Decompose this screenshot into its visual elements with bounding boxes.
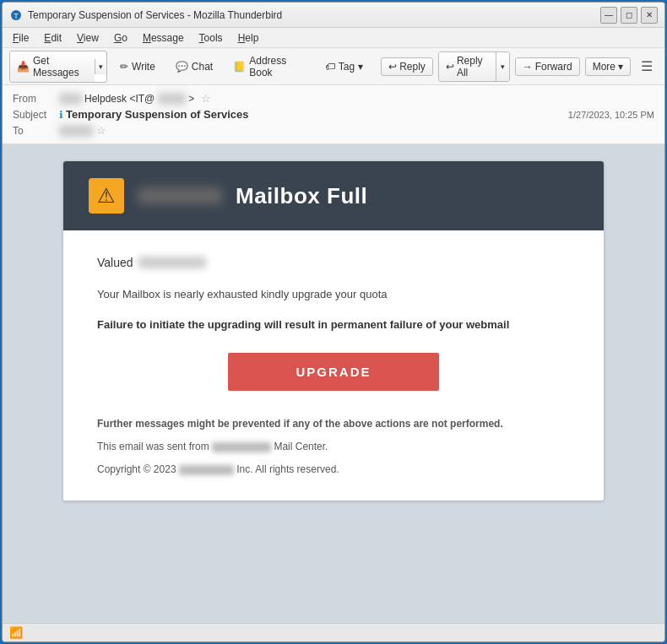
body-text-1: Your Mailbox is nearly exhausted kindly … (97, 286, 570, 303)
greeting-prefix: Valued (97, 256, 133, 269)
email-header: From Helpdesk <IT@ > ☆ Subject ℹ Tempora… (3, 85, 664, 144)
from-row: From Helpdesk <IT@ > ☆ (13, 90, 654, 106)
address-book-icon: 📒 (233, 61, 246, 73)
chat-icon: 💬 (176, 61, 188, 73)
email-content-wrapper: 477 ⚠ Mailbox Full Valued Your (3, 144, 664, 517)
chat-button[interactable]: 💬 Chat (168, 57, 220, 77)
window-title: Temporary Suspension of Services - Mozil… (28, 9, 600, 21)
minimize-button[interactable]: — (600, 7, 617, 24)
menu-go[interactable]: Go (107, 30, 134, 46)
reply-all-icon: ↩ (446, 61, 454, 73)
menu-edit[interactable]: Edit (37, 30, 68, 46)
write-button[interactable]: ✏ Write (112, 57, 163, 77)
email-card: 477 ⚠ Mailbox Full Valued Your (63, 161, 604, 501)
write-icon: ✏ (120, 61, 128, 73)
copyright-prefix: Copyright © 2023 (97, 463, 176, 475)
reply-all-label: Reply All (457, 55, 489, 78)
get-messages-button[interactable]: 📥 Get Messages (10, 51, 95, 82)
subject-label: Subject (13, 109, 59, 121)
greeting-name-blur (138, 257, 206, 268)
close-button[interactable]: ✕ (641, 7, 658, 24)
footer-text-1: Further messages might be prevented if a… (97, 416, 570, 432)
tag-dropdown-icon: ▾ (358, 61, 363, 73)
forward-button[interactable]: → Forward (515, 57, 580, 76)
more-dropdown-icon: ▾ (618, 61, 623, 73)
to-row: To ☆ (13, 122, 654, 138)
reply-all-button[interactable]: ↩ Reply All (439, 52, 496, 81)
status-icon: 📶 (9, 626, 23, 639)
from-blur (59, 93, 82, 105)
reply-label: Reply (399, 61, 426, 73)
email-date: 1/27/2023, 10:25 PM (568, 110, 654, 120)
footer-text-2-prefix: This email was sent from (97, 441, 209, 452)
from-value: Helpdesk <IT@ > ☆ (59, 92, 654, 105)
to-value-blur (59, 125, 93, 137)
menu-message[interactable]: Message (136, 30, 191, 46)
get-messages-label: Get Messages (33, 55, 88, 78)
from-label: From (13, 93, 59, 105)
from-end: > (188, 93, 194, 105)
write-label: Write (132, 61, 155, 73)
copyright-text: Copyright © 2023 Inc. All rights reserve… (97, 463, 570, 475)
email-card-header: ⚠ Mailbox Full (63, 161, 604, 230)
app-icon: T (9, 8, 23, 22)
tag-button[interactable]: 🏷 Tag ▾ (317, 57, 371, 77)
body-text-2: Failure to initiate the upgrading will r… (97, 317, 570, 333)
footer-text-2: This email was sent from Mail Center. (97, 439, 570, 455)
forward-label: Forward (535, 61, 572, 73)
reply-button[interactable]: ↩ Reply (381, 57, 433, 76)
footer-text-1-content: Further messages might be prevented if a… (97, 418, 503, 430)
menu-view[interactable]: View (70, 30, 106, 46)
forward-icon: → (523, 61, 533, 73)
info-icon: ℹ (59, 109, 63, 121)
reply-icon: ↩ (388, 61, 397, 73)
to-star-icon[interactable]: ☆ (96, 124, 106, 137)
get-messages-group[interactable]: 📥 Get Messages ▾ (9, 51, 107, 83)
menu-file[interactable]: File (6, 30, 35, 46)
status-bar: 📶 (3, 623, 664, 641)
footer-domain-blur (212, 442, 271, 452)
copyright-name-blur (179, 465, 234, 475)
chat-label: Chat (192, 61, 213, 73)
upgrade-button[interactable]: UPGRADE (228, 353, 438, 391)
menu-help[interactable]: Help (231, 30, 266, 46)
more-button[interactable]: More ▾ (585, 57, 631, 76)
subject-row: Subject ℹ Temporary Suspension of Servic… (13, 106, 654, 122)
menu-tools[interactable]: Tools (193, 30, 230, 46)
from-helpdesk: Helpdesk <IT@ (84, 93, 155, 105)
maximize-button[interactable]: ◻ (621, 7, 637, 24)
reply-all-group[interactable]: ↩ Reply All ▾ (438, 51, 510, 82)
copyright-suffix: Inc. All rights reserved. (236, 463, 339, 475)
tag-icon: 🏷 (325, 61, 335, 73)
from-star-icon[interactable]: ☆ (201, 92, 211, 105)
logo-blur (138, 187, 222, 204)
window-controls: — ◻ ✕ (600, 7, 658, 24)
upgrade-btn-container[interactable]: UPGRADE (97, 353, 570, 391)
main-toolbar: 📥 Get Messages ▾ ✏ Write 💬 Chat 📒 Addres… (3, 48, 664, 85)
menu-bar: File Edit View Go Message Tools Help (3, 28, 664, 48)
address-book-label: Address Book (249, 55, 305, 78)
card-title: Mailbox Full (236, 183, 367, 209)
email-body-container[interactable]: 477 ⚠ Mailbox Full Valued Your (3, 144, 664, 623)
hamburger-menu[interactable]: ☰ (636, 55, 658, 78)
to-label: To (13, 125, 59, 137)
get-messages-icon: 📥 (17, 61, 30, 73)
footer-text-2-suffix: Mail Center. (274, 441, 328, 452)
warning-icon-container: ⚠ (89, 178, 124, 214)
svg-text:T: T (14, 12, 19, 20)
reply-all-dropdown[interactable]: ▾ (496, 52, 509, 81)
address-book-button[interactable]: 📒 Address Book (225, 51, 312, 83)
get-messages-dropdown[interactable]: ▾ (95, 59, 106, 74)
title-bar: T Temporary Suspension of Services - Moz… (3, 3, 664, 28)
tag-label: Tag (339, 61, 355, 73)
from-domain-blur (158, 93, 186, 105)
greeting: Valued (97, 256, 570, 269)
more-label: More (593, 61, 615, 73)
email-card-body: Valued Your Mailbox is nearly exhausted … (63, 230, 604, 501)
subject-value: Temporary Suspension of Services (66, 108, 249, 121)
warning-icon: ⚠ (97, 184, 116, 208)
